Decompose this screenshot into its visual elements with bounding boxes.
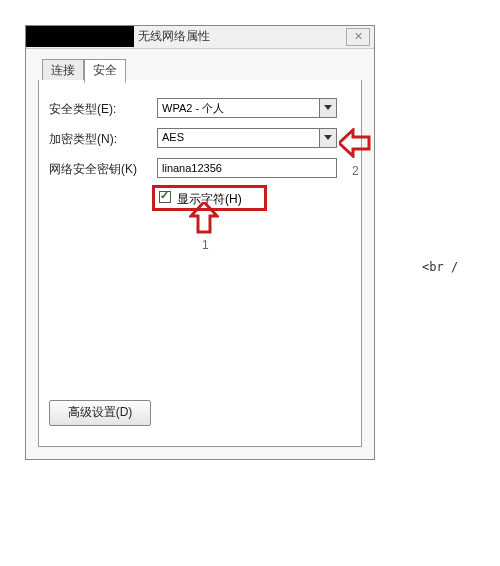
security-type-select[interactable]: WPA2 - 个人 [157, 98, 337, 118]
close-icon: ✕ [354, 30, 363, 42]
show-characters-checkbox[interactable] [159, 191, 171, 203]
titlebar[interactable]: 无线网络属性 ✕ [26, 26, 374, 49]
show-characters-label: 显示字符(H) [177, 191, 242, 208]
advanced-settings-button[interactable]: 高级设置(D) [49, 400, 151, 426]
tab-security[interactable]: 安全 [84, 59, 126, 83]
encryption-type-label: 加密类型(N): [49, 131, 117, 148]
annotation-number-1: 1 [202, 238, 209, 252]
close-button[interactable]: ✕ [346, 28, 370, 46]
row-security-type: 安全类型(E): WPA2 - 个人 [39, 98, 361, 122]
security-type-value: WPA2 - 个人 [162, 101, 224, 116]
redacted-icon [26, 26, 134, 47]
row-encryption-type: 加密类型(N): AES [39, 128, 361, 152]
network-key-label: 网络安全密钥(K) [49, 161, 137, 178]
row-show-characters: 显示字符(H) [39, 188, 361, 212]
tab-bar: 连接 安全 [38, 59, 360, 82]
chevron-down-icon [319, 129, 336, 147]
chevron-down-icon [319, 99, 336, 117]
security-type-label: 安全类型(E): [49, 101, 116, 118]
window-title: 无线网络属性 [138, 28, 210, 45]
encryption-type-value: AES [162, 131, 184, 143]
annotation-number-2: 2 [352, 164, 359, 178]
network-key-input[interactable] [157, 158, 337, 178]
tab-connection[interactable]: 连接 [42, 59, 84, 81]
stray-text: <br / [422, 260, 458, 274]
tab-content-security: 安全类型(E): WPA2 - 个人 加密类型(N): AES 网络安全密钥(K… [38, 80, 362, 447]
row-network-key: 网络安全密钥(K) [39, 158, 361, 182]
wireless-properties-dialog: 无线网络属性 ✕ 连接 安全 安全类型(E): WPA2 - 个人 加密类型(N… [25, 25, 375, 460]
encryption-type-select[interactable]: AES [157, 128, 337, 148]
